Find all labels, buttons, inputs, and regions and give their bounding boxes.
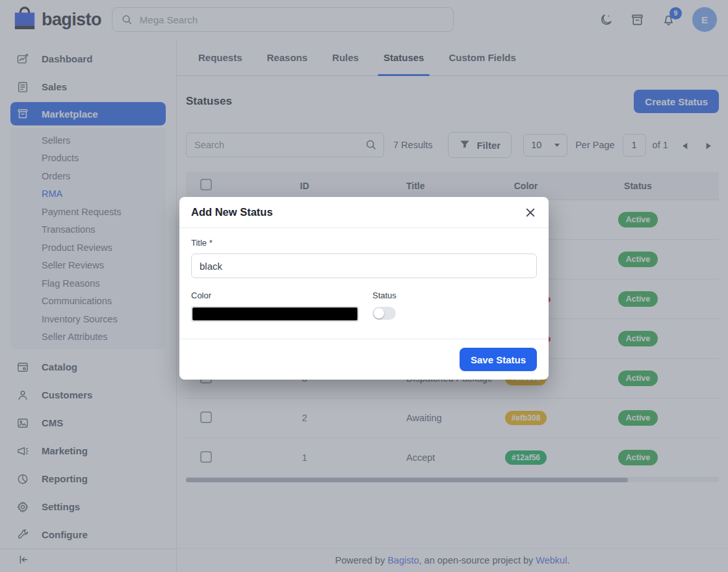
toggle-knob: [374, 308, 384, 318]
status-field-label: Status: [372, 291, 396, 300]
status-title-input[interactable]: [191, 254, 537, 278]
modal-title: Add New Status: [191, 206, 273, 218]
add-new-status-modal: Add New Status Title * Color Status S: [179, 197, 549, 380]
color-picker-input[interactable]: [191, 306, 359, 322]
title-field-label: Title *: [191, 238, 537, 248]
color-swatch-fill: [192, 307, 358, 320]
close-icon[interactable]: [524, 206, 537, 219]
status-toggle[interactable]: [372, 307, 396, 320]
save-status-button[interactable]: Save Status: [460, 348, 537, 371]
color-field-label: Color: [191, 291, 359, 300]
